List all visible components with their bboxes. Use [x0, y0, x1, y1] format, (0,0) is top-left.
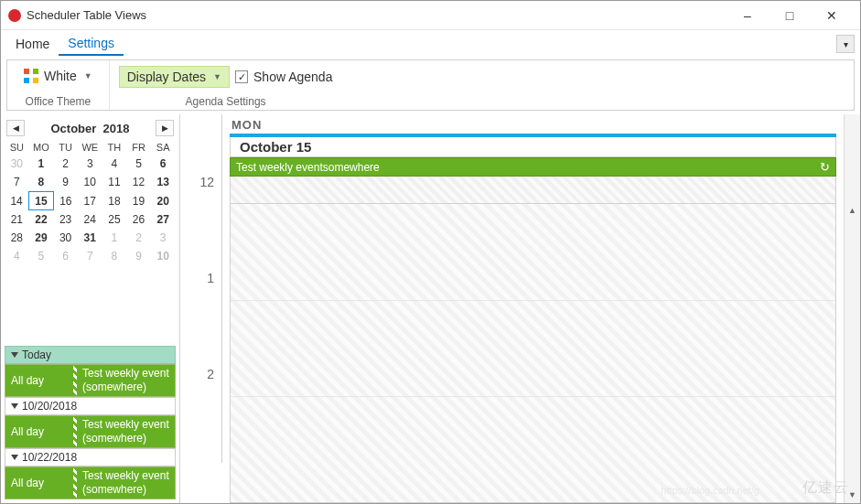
right-pane: 12 1 2 MON October 15 Test weekly events…: [180, 114, 860, 503]
agenda-group-header[interactable]: 10/20/2018: [5, 397, 176, 415]
calendar-day[interactable]: 3: [151, 229, 176, 247]
agenda-item-text: Test weekly event(somewhere): [77, 416, 175, 447]
scroll-up-button[interactable]: ▲: [845, 202, 860, 219]
collapse-icon: [11, 352, 18, 358]
allday-event[interactable]: Test weekly eventsomewhere ↻: [230, 157, 836, 177]
calendar-day[interactable]: 24: [78, 210, 102, 230]
title-bar: Scheduler Table Views: [1, 1, 860, 30]
theme-group-label: Office Theme: [26, 95, 91, 110]
agenda-group-label: Agenda Settings: [186, 95, 266, 110]
mini-calendar[interactable]: SUMOTUWETHFRSA 3012345678910111213141516…: [5, 140, 176, 265]
calendar-day[interactable]: 31: [78, 229, 102, 247]
calendar-day[interactable]: 4: [102, 155, 127, 173]
calendar-day[interactable]: 11: [102, 173, 127, 192]
calendar-header: October 2018: [51, 122, 130, 135]
calendar-day[interactable]: 17: [78, 192, 102, 210]
calendar-day[interactable]: 2: [126, 229, 151, 247]
calendar-day[interactable]: 16: [53, 192, 78, 210]
calendar-month: October: [51, 122, 97, 135]
ribbon-group-theme: White ▼ Office Theme: [7, 60, 109, 110]
prev-month-button[interactable]: ◀: [6, 120, 25, 136]
calendar-day[interactable]: 21: [5, 210, 29, 230]
calendar-day[interactable]: 26: [126, 210, 151, 230]
calendar-day[interactable]: 29: [29, 229, 54, 247]
grid-line: [231, 300, 835, 301]
calendar-dow: WE: [78, 140, 102, 155]
collapse-icon: [11, 403, 18, 409]
calendar-day[interactable]: 10: [78, 173, 102, 192]
calendar-day[interactable]: 1: [102, 229, 127, 247]
calendar-day[interactable]: 9: [126, 247, 151, 265]
calendar-day[interactable]: 6: [151, 155, 176, 173]
menu-settings[interactable]: Settings: [59, 32, 124, 56]
menu-home[interactable]: Home: [6, 33, 59, 55]
calendar-day[interactable]: 25: [102, 210, 127, 230]
calendar-dow: SU: [5, 140, 29, 155]
calendar-day[interactable]: 4: [5, 247, 29, 265]
time-ruler: 12 1 2: [180, 114, 222, 503]
maximize-button[interactable]: [769, 8, 811, 23]
chevron-down-icon: ▼: [213, 72, 221, 81]
calendar-day[interactable]: 7: [5, 173, 29, 192]
left-pane: ◀ October 2018 ▶ SUMOTUWETHFRSA 30123456…: [1, 114, 180, 503]
agenda-item-text: Test weekly event(somewhere): [77, 365, 175, 396]
next-month-button[interactable]: ▶: [156, 120, 174, 136]
show-agenda-checkbox[interactable]: ✓: [235, 70, 248, 83]
agenda-item[interactable]: All dayTest weekly event(somewhere): [5, 415, 176, 448]
window-title: Scheduler Table Views: [27, 8, 726, 22]
calendar-day[interactable]: 3: [78, 155, 102, 173]
calendar-day[interactable]: 5: [126, 155, 151, 173]
calendar-day[interactable]: 30: [53, 229, 78, 247]
calendar-day[interactable]: 30: [5, 155, 29, 173]
day-title: October 15: [230, 137, 836, 157]
day-of-week-label: MON: [222, 114, 844, 134]
calendar-year: 2018: [103, 122, 130, 135]
calendar-day[interactable]: 19: [126, 192, 151, 210]
agenda-item-text: Test weekly event(somewhere): [77, 467, 175, 499]
display-dates-dropdown[interactable]: Display Dates ▼: [119, 66, 230, 88]
agenda-item-time: All day: [5, 365, 77, 396]
collapse-icon: [11, 455, 18, 460]
agenda-group-header[interactable]: Today: [5, 346, 176, 364]
time-grid[interactable]: [230, 204, 836, 503]
scroll-down-button[interactable]: ▼: [845, 487, 860, 503]
calendar-day[interactable]: 28: [5, 229, 29, 247]
calendar-day[interactable]: 2: [53, 155, 78, 173]
calendar-day[interactable]: 5: [29, 247, 54, 265]
calendar-day[interactable]: 13: [151, 173, 176, 192]
theme-dropdown[interactable]: White ▼: [16, 66, 100, 86]
calendar-day[interactable]: 22: [29, 210, 54, 230]
calendar-day[interactable]: 6: [53, 247, 78, 265]
agenda-item-time: All day: [5, 467, 77, 499]
agenda-item[interactable]: All dayTest weekly event(somewhere): [5, 466, 176, 499]
calendar-day[interactable]: 7: [78, 247, 102, 265]
calendar-day[interactable]: 15: [29, 192, 54, 210]
calendar-day[interactable]: 20: [151, 192, 176, 210]
day-view: MON October 15 Test weekly eventsomewher…: [222, 114, 844, 503]
calendar-day[interactable]: 27: [151, 210, 176, 230]
calendar-day[interactable]: 14: [5, 192, 29, 210]
calendar-day[interactable]: 1: [29, 155, 54, 173]
calendar-dow: TH: [102, 140, 127, 155]
calendar-day[interactable]: 9: [53, 173, 78, 192]
calendar-day[interactable]: 8: [29, 173, 54, 192]
calendar-dow: FR: [126, 140, 151, 155]
show-agenda-label: Show Agenda: [253, 70, 332, 84]
calendar-day[interactable]: 12: [126, 173, 151, 192]
agenda-group-header[interactable]: 10/22/2018: [5, 448, 176, 466]
allday-area[interactable]: [230, 177, 836, 204]
calendar-day[interactable]: 23: [53, 210, 78, 230]
time-slot: 12: [180, 175, 222, 271]
menu-dropdown-button[interactable]: ▾: [836, 35, 855, 53]
vertical-scrollbar[interactable]: ▲ ▼: [844, 114, 860, 503]
agenda-item[interactable]: All dayTest weekly event(somewhere): [5, 364, 176, 397]
theme-label: White: [44, 69, 77, 83]
close-button[interactable]: [811, 8, 853, 23]
calendar-nav: ◀ October 2018 ▶: [5, 116, 176, 140]
calendar-day[interactable]: 10: [151, 247, 176, 265]
time-slot: 1: [180, 271, 222, 367]
calendar-day[interactable]: 8: [102, 247, 127, 265]
calendar-day[interactable]: 18: [102, 192, 127, 210]
minimize-button[interactable]: [726, 8, 769, 23]
chevron-down-icon: ▼: [84, 71, 92, 80]
